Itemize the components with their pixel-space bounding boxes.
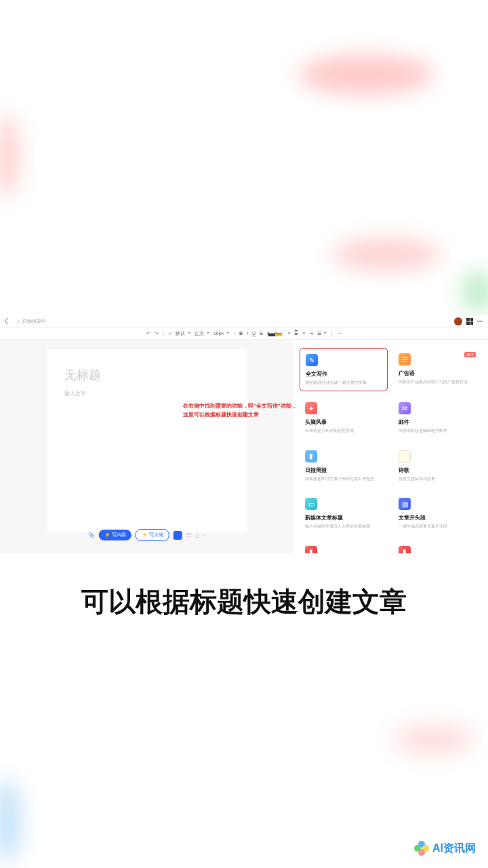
card-icon: ✎ — [306, 354, 318, 366]
apps-icon[interactable] — [466, 318, 473, 325]
back-icon[interactable] — [5, 318, 12, 325]
card-icon: ✉ — [399, 402, 411, 414]
chevron-right-icon[interactable]: › — [203, 532, 205, 538]
card-title: 全文写作 — [306, 370, 382, 378]
mini-icon-1[interactable]: ☷ — [186, 532, 191, 538]
watermark-text: AI资讯网 — [432, 842, 476, 856]
title-input[interactable]: 无标题 — [64, 367, 229, 383]
strike-button[interactable]: S — [260, 331, 263, 336]
template-card-5[interactable]: ❝诗歌按照主题写诗和故事 — [393, 445, 481, 487]
card-title: 头脑风暴 — [305, 418, 382, 426]
card-description: AI帮你提升和开拓创意灵感 — [305, 428, 382, 433]
align-left-icon[interactable]: ≡ — [302, 331, 305, 336]
card-title: 邮件 — [399, 418, 476, 426]
template-card-4[interactable]: ▮日报周报简单描述即可生成一分钟完成工作报告 — [300, 445, 388, 487]
insert-icon[interactable]: ☰ — [317, 331, 327, 336]
template-card-1[interactable]: ☰HOT广告语为你的产品取具有吸引力的广告宣传语 — [393, 348, 481, 391]
attach-icon[interactable]: 📎 — [88, 532, 95, 538]
app-window: 自动保存中 ↶ ↷ ⌂ 默认 正文 16px B I U S A A ≡ ≣ ≡… — [0, 315, 488, 553]
write-content-button[interactable]: ⚡ 写内容 — [99, 530, 131, 540]
document-area: 无标题 输入文字 在右侧中找到需要的功能，即"全文写作"功能， 这里可以根据标题… — [0, 340, 293, 553]
text-color-button[interactable]: A — [267, 331, 270, 336]
avatar[interactable] — [454, 317, 462, 326]
card-description: 简单描述即可生成一分钟完成工作报告 — [305, 476, 382, 481]
card-description: 一键生成高质量文章开头段 — [399, 524, 476, 529]
list-bullets-icon[interactable]: ≡ — [287, 331, 290, 336]
format-paint-icon[interactable]: ⌂ — [169, 331, 171, 336]
card-title: 日报周报 — [305, 467, 382, 474]
more-icon[interactable]: ⋯ — [337, 331, 342, 336]
minimize-icon[interactable] — [477, 321, 483, 322]
template-card-2[interactable]: ✦头脑风暴AI帮你提升和开拓创意灵感 — [300, 397, 388, 439]
list-numbered-icon[interactable]: ≣ — [294, 331, 298, 336]
card-icon: ▮ — [305, 450, 317, 462]
template-card-8[interactable]: ▮ — [300, 540, 388, 553]
italic-button[interactable]: I — [247, 331, 248, 336]
caption-text: 可以根据标题快速创建文章 — [0, 583, 488, 620]
template-card-0[interactable]: ✎全文写作根据标题快速创建一篇完整的文章 — [300, 348, 388, 391]
watermark-logo-icon — [414, 841, 429, 856]
annotation-text: 在右侧中找到需要的功能，即"全文写作"功能， 这里可以根据标题快速创建文章 — [183, 402, 297, 420]
autosave-status: 自动保存中 — [17, 318, 46, 325]
card-description: 按照主题写诗和故事 — [399, 476, 476, 481]
card-title: 新媒体文章标题 — [305, 514, 382, 521]
highlight-button[interactable]: A — [274, 331, 277, 336]
card-title: 广告语 — [399, 370, 476, 377]
hot-badge: HOT — [464, 352, 476, 357]
card-icon: ▤ — [399, 498, 411, 510]
document[interactable]: 无标题 输入文字 — [47, 349, 247, 532]
card-description: 根据标题快速创建一篇完整的文章 — [306, 380, 382, 385]
undo-icon[interactable]: ↶ — [146, 331, 150, 336]
template-card-6[interactable]: ▭新媒体文章标题输入关键词生成引人入胜的文章标题 — [300, 492, 388, 534]
action-bar: 📎 ⚡ 写内容 ⚡ 写大纲 ☷ △ › — [88, 529, 205, 541]
card-title: 文章开头段 — [399, 514, 476, 521]
paragraph-select[interactable]: 正文 — [195, 330, 209, 337]
template-sidebar: ✎全文写作根据标题快速创建一篇完整的文章☰HOT广告语为你的产品取具有吸引力的广… — [293, 340, 488, 553]
mini-icon-2[interactable]: △ — [195, 532, 199, 538]
card-icon: ✦ — [305, 402, 317, 414]
card-description: AI协助你快速编辑电子邮件 — [399, 428, 476, 433]
redo-icon[interactable]: ↷ — [155, 331, 159, 336]
font-select[interactable]: 默认 — [176, 330, 190, 337]
write-outline-button[interactable]: ⚡ 写大纲 — [136, 529, 169, 541]
topbar: 自动保存中 — [0, 315, 488, 328]
card-title: 诗歌 — [399, 467, 476, 474]
square-button[interactable] — [174, 531, 182, 540]
card-icon: ▮ — [305, 546, 317, 553]
size-select[interactable]: 16px — [214, 331, 229, 336]
card-icon: ☰ — [399, 353, 411, 366]
card-description: 输入关键词生成引人入胜的文章标题 — [305, 524, 382, 529]
bold-button[interactable]: B — [239, 331, 243, 336]
card-description: 为你的产品取具有吸引力的广告宣传语 — [399, 379, 476, 384]
template-card-7[interactable]: ▤文章开头段一键生成高质量文章开头段 — [393, 492, 481, 534]
toolbar: ↶ ↷ ⌂ 默认 正文 16px B I U S A A ≡ ≣ ≡ ⇥ ☰ ⋯ — [0, 328, 488, 340]
card-icon: ▮ — [399, 546, 411, 553]
watermark: AI资讯网 — [414, 841, 476, 856]
template-card-9[interactable]: ▮ — [393, 540, 481, 553]
card-icon: ▭ — [305, 498, 317, 510]
underline-button[interactable]: U — [252, 331, 256, 336]
template-card-3[interactable]: ✉邮件AI协助你快速编辑电子邮件 — [393, 397, 481, 439]
body-input[interactable]: 输入文字 — [64, 390, 229, 397]
indent-icon[interactable]: ⇥ — [309, 331, 313, 336]
card-icon: ❝ — [399, 450, 411, 462]
